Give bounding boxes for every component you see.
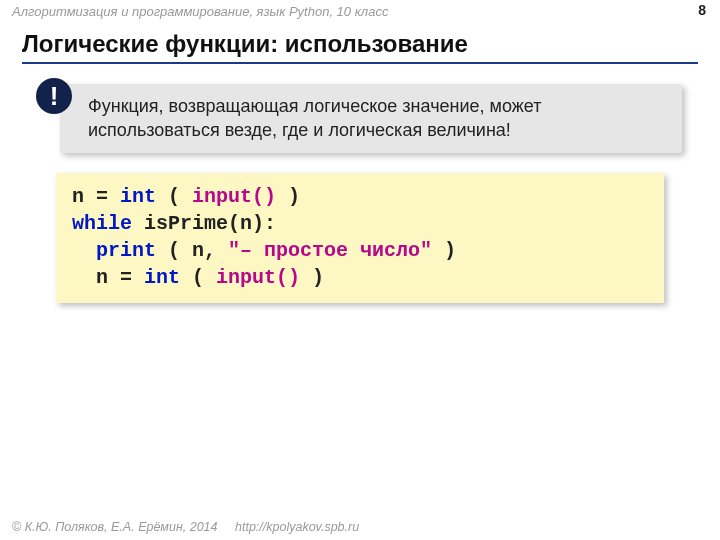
title-rule — [22, 62, 698, 64]
code-box: n = int ( input() ) while isPrime(n): pr… — [56, 173, 664, 303]
footer-url: http://kpolyakov.spb.ru — [235, 520, 359, 534]
note-text: Функция, возвращающая логическое значени… — [88, 96, 541, 140]
footer: © К.Ю. Поляков, Е.А. Ерёмин, 2014 http:/… — [12, 520, 359, 534]
page-title: Логические функции: использование — [22, 30, 698, 58]
code-line-1: n = int ( input() ) — [72, 185, 300, 208]
page-number: 8 — [698, 2, 706, 18]
footer-copyright: © К.Ю. Поляков, Е.А. Ерёмин, 2014 — [12, 520, 218, 534]
header-subtitle: Алгоритмизация и программирование, язык … — [12, 4, 388, 19]
code-line-3: print ( n, "– простое число" ) — [72, 239, 456, 262]
note-box: ! Функция, возвращающая логическое значе… — [60, 84, 682, 153]
header-bar: Алгоритмизация и программирование, язык … — [0, 0, 720, 22]
exclamation-icon: ! — [36, 78, 72, 114]
code-line-2: while isPrime(n): — [72, 212, 276, 235]
title-block: Логические функции: использование — [0, 22, 720, 68]
code-line-4: n = int ( input() ) — [72, 266, 324, 289]
